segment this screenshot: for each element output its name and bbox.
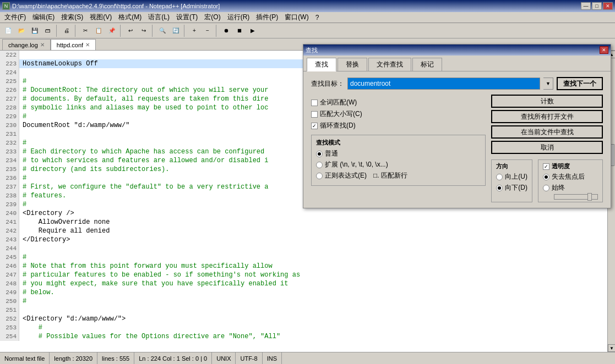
transparency-checkbox[interactable] bbox=[543, 163, 549, 170]
search-mode-title: 查找模式 bbox=[316, 139, 481, 147]
table-row: 251 bbox=[0, 306, 607, 315]
toolbar-sep-6 bbox=[216, 25, 218, 37]
cancel-button[interactable]: 取消 bbox=[491, 141, 603, 154]
toolbar-sep-3 bbox=[120, 25, 122, 37]
tab-changelog[interactable]: change.log ✕ bbox=[2, 39, 51, 50]
menu-run[interactable]: 运行(R) bbox=[224, 12, 253, 23]
whole-word-label: 全词匹配(W) bbox=[320, 98, 357, 107]
wrap-checkbox[interactable] bbox=[311, 123, 318, 129]
menu-file[interactable]: 文件(F) bbox=[1, 12, 29, 23]
table-row: 253 # bbox=[0, 323, 607, 332]
menu-window[interactable]: 窗口(W) bbox=[281, 12, 312, 23]
new-button[interactable]: 📄 bbox=[2, 25, 14, 37]
mode-regex-label: 正则表达式(E) bbox=[325, 171, 367, 180]
trans-always-radio[interactable] bbox=[543, 185, 549, 191]
zoom-in-button[interactable]: + bbox=[188, 25, 200, 37]
menu-language[interactable]: 语言(L) bbox=[145, 12, 173, 23]
dialog-tab-mark[interactable]: 标记 bbox=[412, 58, 442, 71]
menu-edit[interactable]: 编辑(E) bbox=[29, 12, 58, 23]
menu-macro[interactable]: 宏(O) bbox=[201, 12, 224, 23]
status-bar: Normal text file length : 20320 lines : … bbox=[0, 352, 615, 364]
search-dropdown-arrow[interactable]: ▼ bbox=[543, 78, 553, 90]
toolbar-sep-2 bbox=[75, 25, 77, 37]
toolbar-sep-5 bbox=[184, 25, 186, 37]
close-button[interactable]: ✕ bbox=[603, 2, 613, 10]
save-button[interactable]: 💾 bbox=[29, 25, 41, 37]
find-all-open-button[interactable]: 查找所有打开文件 bbox=[491, 110, 603, 123]
scroll-down-button[interactable]: ▼ bbox=[608, 344, 615, 352]
print-button[interactable]: 🖨 bbox=[61, 25, 73, 37]
table-row: 252 <Directory "d:/wamp/www/"> bbox=[0, 315, 607, 323]
wrap-row: 循环查找(D) bbox=[311, 121, 486, 130]
menu-plugins[interactable]: 插件(P) bbox=[253, 12, 281, 23]
slider-thumb bbox=[587, 193, 592, 201]
dialog-tab-file-find[interactable]: 文件查找 bbox=[368, 58, 411, 71]
table-row: 250 # bbox=[0, 297, 607, 306]
mode-normal-radio[interactable] bbox=[316, 151, 323, 157]
toolbar-sep-4 bbox=[152, 25, 154, 37]
dir-up-radio[interactable] bbox=[496, 174, 503, 180]
macro-stop-button[interactable]: ⏹ bbox=[233, 25, 246, 37]
menu-help[interactable]: ? bbox=[312, 13, 323, 23]
trans-focus-row: 失去焦点后 bbox=[543, 172, 598, 181]
menu-format[interactable]: 格式(M) bbox=[115, 12, 145, 23]
menu-view[interactable]: 视图(V) bbox=[86, 12, 115, 23]
menu-settings[interactable]: 设置(T) bbox=[173, 12, 201, 23]
maximize-button[interactable]: □ bbox=[592, 2, 602, 10]
replace-button[interactable]: 🔄 bbox=[170, 25, 182, 37]
minimize-button[interactable]: — bbox=[581, 2, 591, 10]
mode-normal-row: 普通 bbox=[316, 149, 481, 158]
undo-button[interactable]: ↩ bbox=[124, 25, 137, 37]
cut-button[interactable]: ✂ bbox=[79, 25, 91, 37]
menu-search[interactable]: 搜索(S) bbox=[58, 12, 86, 23]
dir-down-label: 向下(D) bbox=[505, 183, 527, 192]
trans-focus-radio[interactable] bbox=[543, 174, 549, 180]
dialog-tabs: 查找 替换 文件查找 标记 bbox=[303, 56, 611, 71]
table-row: 247 # particular features to be enabled … bbox=[0, 271, 607, 279]
dir-down-radio[interactable] bbox=[496, 185, 503, 191]
transparency-slider[interactable] bbox=[554, 194, 598, 200]
save-all-button[interactable]: 🗃 bbox=[42, 25, 54, 37]
mode-extended-label: 扩展 (\n, \r, \t, \0, \x...) bbox=[325, 160, 388, 169]
redo-button[interactable]: ↪ bbox=[138, 25, 150, 37]
macro-rec-button[interactable]: ⏺ bbox=[220, 25, 232, 37]
find-in-current-button[interactable]: 在当前文件中查找 bbox=[491, 125, 603, 139]
tab-changelog-label: change.log bbox=[8, 42, 38, 48]
table-row: 248 # you might expect, make sure that y… bbox=[0, 279, 607, 288]
dialog-body: 查找目标： ▼ 查找下一个 全词匹配(W) 匹配大小写(C) bbox=[303, 71, 611, 208]
table-row: 241 AllowOverride none bbox=[0, 218, 607, 227]
match-newline-label: □. 匹配新行 bbox=[373, 171, 407, 180]
find-button[interactable]: 🔍 bbox=[156, 25, 168, 37]
search-mode-section: 查找模式 普通 扩展 (\n, \r, \t, \0, \x...) 正则表达式… bbox=[311, 135, 486, 186]
status-file-type: Normal text file bbox=[0, 352, 50, 364]
status-unix: UNIX bbox=[212, 352, 236, 364]
dialog-close-button[interactable]: ✕ bbox=[600, 46, 608, 54]
count-button[interactable]: 计数 bbox=[491, 95, 603, 108]
find-next-button[interactable]: 查找下一个 bbox=[557, 77, 603, 90]
window-title: D:\wamp\bin\apache\apache2.4.9\conf\http… bbox=[12, 3, 220, 9]
copy-button[interactable]: 📋 bbox=[92, 25, 105, 37]
mode-extended-row: 扩展 (\n, \r, \t, \0, \x...) bbox=[316, 160, 481, 169]
paste-button[interactable]: 📌 bbox=[106, 25, 118, 37]
macro-play-button[interactable]: ▶ bbox=[247, 25, 259, 37]
whole-word-row: 全词匹配(W) bbox=[311, 98, 486, 107]
tab-changelog-close[interactable]: ✕ bbox=[40, 42, 45, 48]
dir-up-label: 向上(U) bbox=[505, 172, 527, 181]
mode-normal-label: 普通 bbox=[325, 149, 338, 158]
table-row: 246 # Note that from this point forward … bbox=[0, 262, 607, 271]
match-case-checkbox[interactable] bbox=[311, 111, 318, 118]
mode-regex-radio[interactable] bbox=[316, 173, 323, 179]
tab-httpd[interactable]: httpd.conf ✕ bbox=[51, 39, 96, 50]
dialog-tab-find[interactable]: 查找 bbox=[307, 58, 336, 71]
status-length: length : 20320 bbox=[50, 352, 97, 364]
whole-word-checkbox[interactable] bbox=[311, 100, 318, 106]
zoom-out-button[interactable]: − bbox=[202, 25, 214, 37]
dialog-title: 查找 bbox=[306, 46, 318, 54]
dialog-tab-replace[interactable]: 替换 bbox=[338, 58, 367, 71]
table-row: 242 Require all denied bbox=[0, 227, 607, 235]
search-input[interactable] bbox=[347, 78, 540, 90]
find-dialog: 查找 ✕ 查找 替换 文件查找 标记 查找目标： ▼ 查找下一个 全词匹配(W) bbox=[303, 44, 611, 208]
open-button[interactable]: 📂 bbox=[15, 25, 28, 37]
mode-extended-radio[interactable] bbox=[316, 162, 323, 168]
tab-httpd-close[interactable]: ✕ bbox=[85, 42, 90, 48]
